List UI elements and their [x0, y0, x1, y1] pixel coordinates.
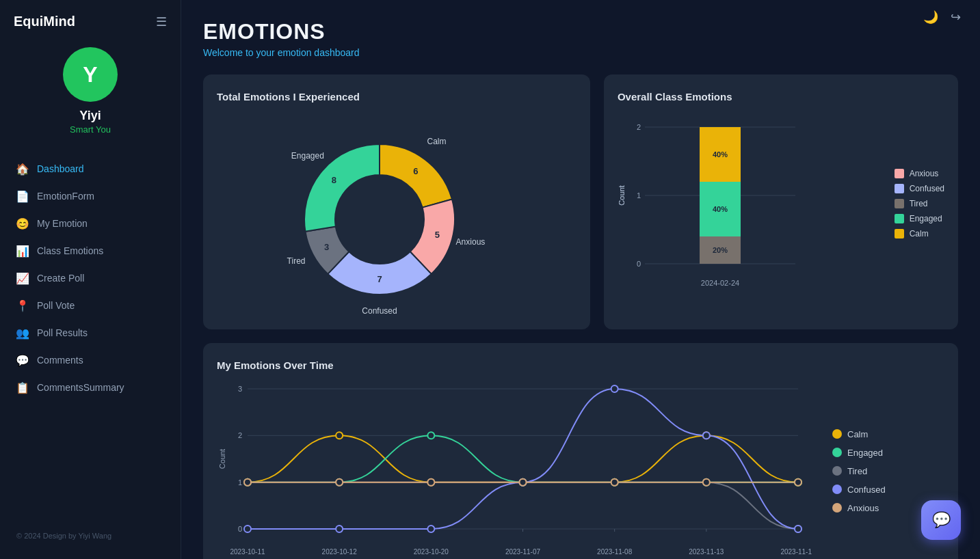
menu-icon[interactable]: ☰: [156, 14, 167, 29]
donut-label-anxious: Anxious: [456, 237, 486, 247]
chat-icon: 💬: [932, 511, 951, 529]
comments-icon: 💬: [16, 354, 29, 366]
pollvote-icon: 📍: [16, 299, 29, 312]
line-dot-engaged: [427, 432, 434, 439]
svg-text:0: 0: [238, 525, 242, 533]
main-content: 🌙 ↪ EMOTIONS Welcome to your emotion das…: [181, 0, 980, 559]
donut-value-tired: 3: [324, 242, 329, 252]
nav-menu: 🏠 Dashboard 📄 EmotionForm 😊 My Emotion 📊…: [0, 148, 181, 523]
sidebar-label-emotionform: EmotionForm: [37, 191, 94, 202]
bar-svg: 0Count1Count2Count20%40%40%2024-02-24: [618, 113, 809, 291]
donut-chart-title: Total Emotions I Experienced: [217, 91, 577, 103]
createpoll-icon: 📈: [16, 272, 29, 284]
donut-label-calm: Calm: [427, 137, 446, 146]
sidebar-label-classemotions: Class Emotions: [37, 245, 103, 256]
line-dot-confused: [336, 526, 343, 532]
chat-bubble-button[interactable]: 💬: [921, 500, 961, 540]
line-chart-area: 0123Count2023-10-112023-10-122023-10-202…: [217, 382, 944, 559]
donut-chart-container: Calm6Anxious5Confused7Tired3Engaged8: [217, 113, 577, 318]
svg-text:2023-11-17: 2023-11-17: [780, 548, 812, 556]
bar-legend-engaged: Engaged: [895, 214, 944, 223]
sidebar-item-emotionform[interactable]: 📄 EmotionForm: [0, 182, 181, 210]
donut-label-engaged: Engaged: [291, 151, 324, 161]
svg-text:20%: 20%: [713, 246, 728, 254]
bar-legend-anxious: Anxious: [895, 169, 944, 178]
sidebar-label-myemotion: My Emotion: [37, 218, 88, 229]
svg-text:2023-10-20: 2023-10-20: [414, 548, 449, 556]
svg-text:3: 3: [238, 385, 242, 393]
svg-text:2023-10-11: 2023-10-11: [230, 548, 265, 556]
line-legend: CalmEngagedTiredConfusedAnxious: [812, 382, 901, 559]
donut-chart-card: Total Emotions I Experienced Calm6Anxiou…: [203, 74, 590, 329]
line-legend-engaged: Engaged: [832, 448, 901, 458]
sidebar-item-classemotions[interactable]: 📊 Class Emotions: [0, 237, 181, 264]
app-title: EquiMind: [14, 14, 75, 29]
line-svg: 0123Count2023-10-112023-10-122023-10-202…: [217, 382, 812, 559]
sidebar-item-dashboard[interactable]: 🏠 Dashboard: [0, 155, 181, 182]
bar-legend-confused: Confused: [895, 184, 944, 193]
svg-text:2024-02-24: 2024-02-24: [701, 279, 739, 287]
sidebar: EquiMind ☰ Y Yiyi Smart You 🏠 Dashboard …: [0, 0, 181, 559]
line-legend-confused: Confused: [832, 485, 901, 495]
emotionform-icon: 📄: [16, 190, 29, 202]
donut-label-tired: Tired: [287, 256, 306, 266]
line-dot-confused: [427, 526, 434, 532]
bar-legend-tired: Tired: [895, 199, 944, 208]
svg-text:2023-11-08: 2023-11-08: [597, 548, 633, 556]
bar-chart-card: Overall Class Emotions 0Count1Count2Coun…: [604, 74, 958, 329]
line-series-engaged: [248, 435, 798, 482]
sidebar-label-pollresults: Poll Results: [37, 327, 88, 338]
donut-value-calm: 6: [413, 166, 418, 176]
donut-value-confused: 7: [377, 274, 382, 284]
avatar: Y: [63, 47, 118, 102]
user-name: Yiyi: [79, 109, 101, 123]
svg-text:40%: 40%: [713, 205, 728, 213]
line-dot-anxious: [244, 479, 251, 486]
svg-text:1: 1: [637, 191, 641, 200]
top-bar: 🌙 ↪: [923, 10, 961, 25]
line-dot-calm: [336, 432, 343, 439]
line-legend-tired: Tired: [832, 466, 901, 476]
donut-svg: Calm6Anxious5Confused7Tired3Engaged8: [253, 113, 540, 318]
line-dot-confused: [611, 385, 618, 392]
line-series-tired: [248, 482, 798, 529]
svg-text:1: 1: [238, 478, 242, 487]
pollresults-icon: 👥: [16, 327, 29, 339]
page-title: EMOTIONS: [203, 19, 958, 44]
bar-legend: AnxiousConfusedTiredEngagedCalm: [881, 113, 944, 294]
line-dot-anxious: [703, 479, 710, 486]
line-dot-anxious: [520, 479, 527, 486]
sidebar-item-comments[interactable]: 💬 Comments: [0, 346, 181, 374]
svg-text:0: 0: [637, 260, 641, 268]
line-dot-anxious: [795, 479, 802, 486]
line-dot-confused: [703, 432, 710, 439]
svg-text:2023-10-12: 2023-10-12: [322, 548, 358, 556]
line-dot-confused: [795, 526, 802, 532]
sidebar-item-pollvote[interactable]: 📍 Poll Vote: [0, 292, 181, 319]
user-role: Smart You: [70, 124, 111, 135]
sidebar-label-commentssummary: CommentsSummary: [37, 382, 124, 393]
sidebar-item-createpoll[interactable]: 📈 Create Poll: [0, 264, 181, 292]
avatar-section: Y Yiyi Smart You: [0, 40, 181, 148]
page-subtitle: Welcome to your emotion dashboard: [203, 47, 958, 58]
line-series-calm: [248, 435, 798, 482]
dashboard-icon: 🏠: [16, 163, 29, 175]
classemotions-icon: 📊: [16, 245, 29, 257]
svg-text:2023-11-07: 2023-11-07: [505, 548, 541, 556]
myemotion-icon: 😊: [16, 217, 29, 230]
bar-chart-area: 0Count1Count2Count20%40%40%2024-02-24 An…: [618, 113, 944, 294]
dark-mode-icon[interactable]: 🌙: [923, 10, 938, 25]
donut-value-engaged: 8: [332, 175, 336, 185]
line-chart-title: My Emotions Over Time: [217, 359, 944, 371]
sidebar-label-createpoll: Create Poll: [37, 273, 84, 284]
sidebar-item-commentssummary[interactable]: 📋 CommentsSummary: [0, 374, 181, 401]
svg-text:2: 2: [238, 431, 242, 439]
sidebar-item-myemotion[interactable]: 😊 My Emotion: [0, 210, 181, 237]
svg-text:40%: 40%: [713, 150, 728, 159]
svg-text:2: 2: [637, 123, 641, 131]
line-series-confused: [248, 389, 798, 529]
logout-icon[interactable]: ↪: [951, 10, 961, 25]
line-legend-calm: Calm: [832, 429, 901, 439]
sidebar-label-dashboard: Dashboard: [37, 163, 84, 174]
sidebar-item-pollresults[interactable]: 👥 Poll Results: [0, 319, 181, 346]
